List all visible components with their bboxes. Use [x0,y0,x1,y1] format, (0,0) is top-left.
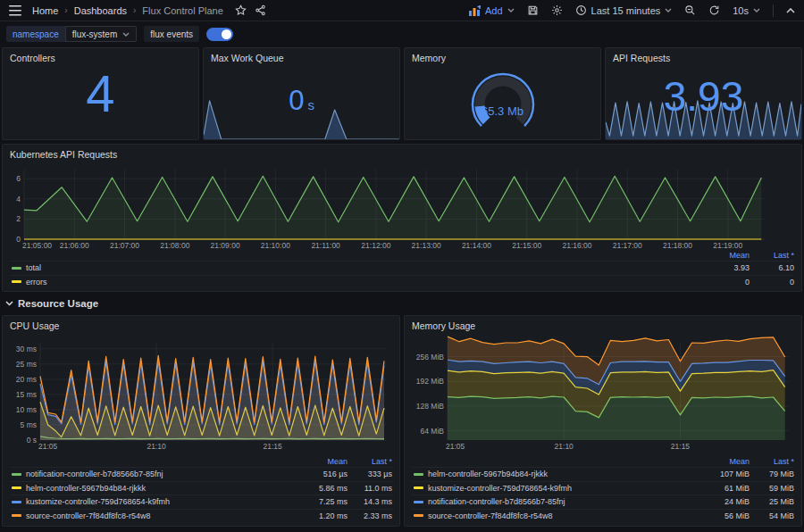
legend-last-value: 79 MiB [750,470,794,478]
legend-last-value: 0 [750,278,794,287]
legend-swatch [12,267,21,270]
namespace-variable: namespace flux-system [6,26,137,42]
svg-text:21:10: 21:10 [147,442,166,451]
menu-icon[interactable] [9,5,21,16]
breadcrumb-home[interactable]: Home [32,5,58,16]
cpu-usage-chart: 21:0521:1021:150 s5 ms10 ms15 ms20 ms25 … [6,336,394,453]
legend-row: helm-controller-5967b94b84-rjkkk5.86 ms1… [10,481,392,495]
panel-max-work-queue: Max Work Queue 0 s [203,47,400,140]
legend-row: source-controller-7f84df8fc8-r54w856 MiB… [412,509,794,523]
svg-text:128 MiB: 128 MiB [416,402,445,411]
svg-text:21:10: 21:10 [555,442,574,451]
breadcrumb-current: Flux Control Plane [142,5,223,16]
legend-last-value: 11.0 ms [348,484,392,493]
legend-series-label[interactable]: kustomize-controller-759d768654-k9fmh [412,484,705,493]
memory-usage-legend: MeanLast *helm-controller-5967b94b84-rjk… [412,455,794,522]
row-resource-usage[interactable]: Resource Usage [5,295,98,312]
work-queue-unit: s [307,97,314,112]
legend-series-label[interactable]: kustomize-controller-759d768654-k9fmh [10,497,303,506]
svg-text:0 s: 0 s [27,436,37,445]
legend-swatch [414,501,423,503]
refresh-icon[interactable] [708,4,720,16]
breadcrumb-separator: › [133,5,136,15]
legend-last-value: 25 MiB [750,497,794,506]
star-icon[interactable] [235,4,247,16]
panel-title[interactable]: CPU Usage [10,320,59,331]
panel-title[interactable]: Memory [412,53,446,63]
kubernetes-api-requests-chart: 21:05:0021:06:0021:07:0021:08:0021:09:00… [8,164,798,252]
svg-text:25 ms: 25 ms [16,360,37,369]
legend-row: helm-controller-5967b94b84-rjkkk107 MiB7… [412,467,794,481]
memory-gauge-value: 65.3 Mb [451,104,555,118]
svg-text:5 ms: 5 ms [21,420,37,429]
legend-swatch [12,501,21,503]
legend-series-label[interactable]: helm-controller-5967b94b84-rjkkk [412,470,705,478]
svg-text:2: 2 [16,214,21,223]
legend-swatch [414,473,423,476]
legend-mean-value: 7.25 ms [303,497,348,506]
legend-last-value: 59 MiB [750,484,794,493]
legend-header: MeanLast * [412,455,794,467]
svg-text:21:15: 21:15 [671,442,691,451]
legend-swatch [12,486,21,489]
svg-text:15 ms: 15 ms [16,390,37,399]
legend-swatch [414,486,423,489]
legend-series-label[interactable]: source-controller-7f84df8fc8-r54w8 [10,511,303,520]
divider [773,4,774,17]
legend-mean-value: 1.20 ms [303,511,348,520]
legend-last-value: 333 µs [348,470,392,478]
namespace-variable-select[interactable]: flux-system [65,26,138,42]
legend-series-label[interactable]: errors [10,278,705,287]
legend-mean-value: 24 MiB [705,497,750,506]
memory-usage-chart: 21:0521:1021:1564 MiB128 MiB192 MiB256 M… [408,336,796,453]
kiosk-caret-up-icon[interactable] [786,8,795,13]
add-label: Add [485,5,503,16]
legend-series-label[interactable]: source-controller-7f84df8fc8-r54w8 [412,511,705,520]
legend-last-value: 6.10 [750,263,794,272]
legend-swatch [12,280,21,283]
svg-text:10 ms: 10 ms [16,405,37,414]
add-panel-icon [469,5,481,16]
row-title: Resource Usage [18,298,98,309]
legend-mean-value: 5.86 ms [303,484,348,493]
refresh-interval-label: 10s [733,5,749,16]
breadcrumb-dashboards[interactable]: Dashboards [74,5,127,16]
top-nav: Home › Dashboards › Flux Control Plane A… [0,0,804,21]
save-dashboard-icon[interactable] [527,4,539,16]
panel-title[interactable]: Kubernetes API Requests [10,149,117,160]
add-button[interactable]: Add [469,5,515,16]
chevron-down-icon [665,8,672,12]
legend-row: kustomize-controller-759d768654-k9fmh61 … [412,481,794,495]
legend-series-label[interactable]: helm-controller-5967b94b84-rjkkk [10,484,303,493]
breadcrumb-separator: › [64,5,67,15]
panel-title[interactable]: Memory Usage [412,320,475,331]
legend-swatch [414,514,423,517]
legend-row: source-controller-7f84df8fc8-r54w81.20 m… [10,509,392,523]
refresh-interval-picker[interactable]: 10s [733,5,760,16]
share-icon[interactable] [255,4,266,16]
legend-series-label[interactable]: notification-controller-b7d8566b7-85fnj [10,470,303,478]
panel-title[interactable]: Controllers [10,53,55,63]
work-queue-value: 0 [289,87,304,114]
dashboard-settings-icon[interactable] [551,4,563,16]
flux-events-label: flux events [144,26,199,42]
zoom-out-icon[interactable] [684,4,696,16]
panel-title[interactable]: API Requests [613,53,670,63]
breadcrumb: Home › Dashboards › Flux Control Plane [32,4,266,16]
panel-title[interactable]: Max Work Queue [211,53,284,63]
flux-events-toggle[interactable] [206,28,233,41]
time-range-picker[interactable]: Last 15 minutes [575,4,673,16]
svg-text:21:05: 21:05 [38,442,58,451]
cpu-usage-legend: MeanLast *notification-controller-b7d856… [10,455,392,522]
legend-series-label[interactable]: notification-controller-b7d8566b7-85fnj [412,497,705,506]
legend-row: errors00 [10,275,794,289]
panel-cpu-usage: CPU Usage 21:0521:1021:150 s5 ms10 ms15 … [2,315,400,527]
namespace-variable-label: namespace [6,26,65,42]
legend-series-label[interactable]: total [10,263,705,272]
svg-text:192 MiB: 192 MiB [416,377,445,386]
chevron-down-icon [507,8,515,12]
svg-text:256 MiB: 256 MiB [416,353,445,362]
svg-text:21:15: 21:15 [263,442,282,451]
legend-mean-value: 0 [705,278,750,287]
legend-last-value: 14.3 ms [348,497,392,506]
